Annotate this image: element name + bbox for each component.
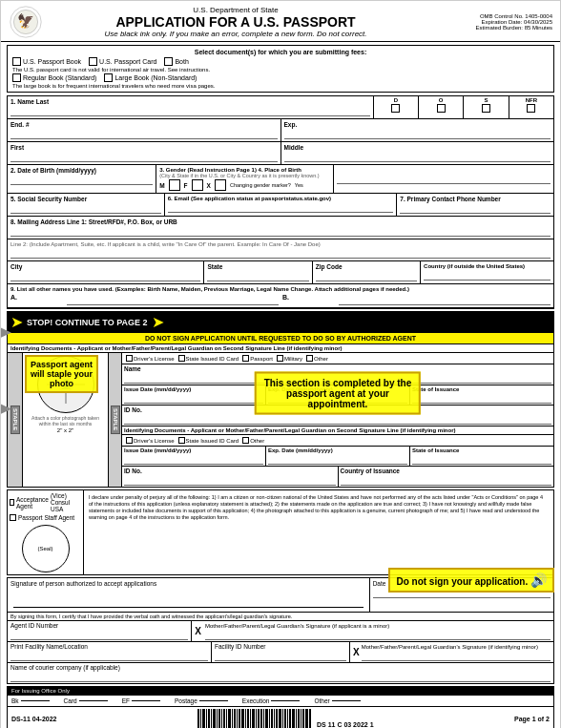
us-seal-icon: 🦅 [9, 5, 43, 39]
gender-m-checkbox[interactable] [169, 179, 180, 191]
phone-input[interactable] [400, 204, 551, 214]
country-issuance-input[interactable] [341, 476, 552, 486]
military-option[interactable]: Military [277, 355, 302, 362]
passport-card-checkbox[interactable] [89, 57, 97, 66]
passport-book-option[interactable]: U.S. Passport Book [12, 57, 81, 66]
authorized-sig-field: Signature of person authorized to accept… [8, 578, 370, 612]
gender-x-checkbox[interactable] [215, 179, 226, 191]
exp-date2-input[interactable] [268, 455, 407, 465]
other-label: Other [314, 697, 329, 704]
nfr-checkbox[interactable] [527, 104, 535, 113]
pob-input[interactable] [337, 175, 551, 184]
execution-line[interactable] [271, 700, 300, 701]
execution-field: Execution [242, 697, 301, 704]
print-facility-input[interactable] [10, 652, 208, 661]
issue-date-input[interactable] [124, 394, 263, 404]
agent-id-input[interactable] [10, 631, 188, 640]
state-issuance2-input[interactable] [412, 455, 551, 465]
passport-option[interactable]: Passport [242, 355, 273, 362]
svg-rect-14 [211, 709, 212, 728]
end-input[interactable] [10, 130, 278, 139]
guardian-sig-input[interactable] [362, 652, 551, 661]
state-id-option[interactable]: State Issued ID Card [178, 355, 239, 362]
other-names-a-input[interactable] [67, 294, 279, 305]
end-field: End. # [8, 119, 281, 141]
applicant-sig-label: Mother/Father/Parent/Legal Guardian's Si… [205, 623, 389, 629]
staple-right: STAPLE [109, 353, 122, 487]
o-checkbox[interactable] [437, 104, 446, 113]
dob-label: 2. Date of Birth (mm/dd/yyyy) [10, 167, 153, 174]
exp-input[interactable] [284, 130, 551, 139]
ef-line[interactable] [132, 700, 160, 701]
other-line[interactable] [332, 700, 361, 701]
card-line[interactable] [79, 700, 108, 701]
country-issuance-field: Country of Issuance [339, 467, 554, 487]
country-input[interactable] [424, 271, 551, 281]
stop-header-bar: ➤ STOP! CONTINUE TO PAGE 2 ➤ [7, 311, 554, 333]
drivers-license-option[interactable]: Driver's License [126, 355, 175, 362]
email-input[interactable] [168, 203, 394, 213]
passport-staff-checkbox[interactable] [10, 514, 16, 521]
id-no2-input[interactable] [124, 476, 336, 486]
both-checkbox[interactable] [164, 57, 173, 66]
city-input[interactable] [10, 272, 200, 281]
large-book-option[interactable]: Large Book (Non-Standard) [104, 73, 197, 82]
svg-rect-29 [250, 709, 251, 728]
other-option[interactable]: Other [306, 355, 328, 362]
facility-id-input[interactable] [215, 652, 346, 661]
authorized-sig-input[interactable] [13, 589, 364, 608]
authorized-sig-label: Signature of person authorized to accept… [10, 580, 366, 587]
dob-input[interactable] [10, 176, 153, 185]
issue-date2-input[interactable] [124, 455, 263, 465]
fees-title: Select document(s) for which you are sub… [12, 49, 549, 55]
state-id-checkbox[interactable] [178, 355, 185, 362]
ssn-input[interactable] [10, 204, 161, 214]
svg-rect-42 [284, 709, 286, 728]
drivers-license2-option[interactable]: Driver's License [126, 437, 175, 444]
svg-rect-37 [271, 709, 273, 728]
courier-input[interactable] [10, 673, 551, 682]
zip-input[interactable] [316, 272, 417, 281]
state-issuance-input[interactable] [412, 394, 551, 404]
passport-book-checkbox[interactable] [12, 57, 21, 66]
speaker-icon: 🔊 [530, 572, 547, 588]
postage-line[interactable] [199, 700, 228, 701]
address1-input[interactable] [10, 227, 551, 237]
passport-card-option[interactable]: U.S. Passport Card [89, 57, 156, 66]
id-no-input[interactable] [124, 415, 551, 425]
for-office-label: For Issuing Office Only [11, 688, 70, 694]
stop-arrow2-icon: ➤ [152, 313, 164, 331]
bk-line[interactable] [21, 700, 50, 701]
other-names-b-input[interactable] [339, 294, 551, 305]
military-checkbox[interactable] [277, 355, 283, 362]
regular-book-option[interactable]: Regular Book (Standard) [12, 73, 96, 82]
s-label: S [466, 97, 506, 103]
state-id-label: State Issued ID Card [186, 356, 239, 362]
acceptance-agent-checkbox[interactable] [10, 499, 14, 506]
gender-f-checkbox[interactable] [192, 179, 203, 191]
other-checkbox[interactable] [306, 355, 313, 362]
dept-name: U.S. Department of State [51, 6, 421, 14]
both-option[interactable]: Both [164, 57, 188, 66]
state-id2-option[interactable]: State Issued ID Card [178, 437, 239, 444]
address2-input[interactable] [10, 249, 551, 259]
first-input[interactable] [10, 153, 278, 162]
applicant-sig-input[interactable] [205, 631, 551, 640]
middle-input[interactable] [284, 153, 551, 162]
other2-checkbox[interactable] [242, 437, 249, 444]
large-book-checkbox[interactable] [104, 73, 113, 82]
state-input[interactable] [207, 272, 308, 281]
state-id2-label: State Issued ID Card [186, 438, 239, 444]
signature-section: Do not sign your application. 🔊 Signatur… [7, 577, 554, 684]
state-id2-checkbox[interactable] [178, 437, 185, 444]
d-checkbox[interactable] [391, 104, 400, 113]
drivers-license2-checkbox[interactable] [126, 437, 133, 444]
svg-rect-34 [263, 709, 264, 728]
passport-checkbox[interactable] [242, 355, 249, 362]
regular-book-checkbox[interactable] [12, 73, 21, 82]
other2-option[interactable]: Other [242, 437, 264, 444]
consul-label: (Vice) Consul USA [51, 492, 81, 512]
name-last-input[interactable] [10, 107, 370, 116]
drivers-license-checkbox[interactable] [126, 355, 133, 362]
s-checkbox[interactable] [482, 104, 490, 113]
